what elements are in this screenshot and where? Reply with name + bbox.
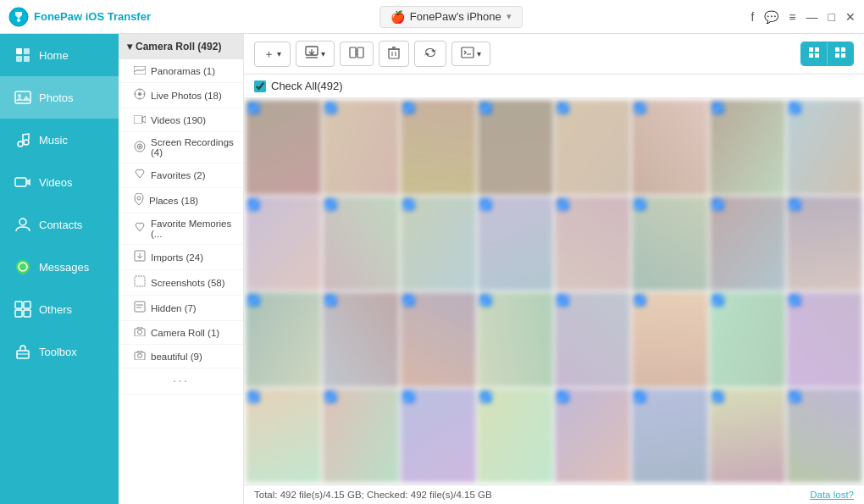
add-button[interactable]: ＋ ▾ — [254, 42, 291, 67]
photo-cell[interactable] — [401, 197, 476, 291]
sub-item-imports[interactable]: Imports (24) — [119, 245, 243, 270]
photo-cell[interactable] — [710, 100, 785, 195]
photo-checkbox[interactable] — [480, 295, 491, 306]
photo-cell[interactable] — [787, 292, 862, 387]
photo-checkbox[interactable] — [480, 199, 491, 210]
photo-checkbox[interactable] — [712, 391, 723, 402]
photo-checkbox[interactable] — [634, 391, 645, 402]
photo-cell[interactable] — [632, 389, 707, 484]
list-view-button[interactable] — [828, 42, 853, 65]
sub-item-beautiful[interactable]: beautiful (9) — [119, 345, 243, 368]
photo-cell[interactable] — [478, 292, 553, 387]
sidebar-item-messages[interactable]: Messages — [0, 246, 119, 288]
sub-item-screenshots[interactable]: Screenshots (58) — [119, 270, 243, 296]
sub-item-places[interactable]: Places (18) — [119, 188, 243, 213]
photo-checkbox[interactable] — [557, 199, 568, 210]
photo-checkbox[interactable] — [480, 391, 491, 402]
sub-item-videos[interactable]: Videos (190) — [119, 108, 243, 132]
sidebar-item-toolbox[interactable]: Toolbox — [0, 330, 119, 373]
photo-cell[interactable] — [246, 197, 321, 291]
sidebar-item-videos[interactable]: Videos — [0, 161, 119, 203]
photo-checkbox[interactable] — [712, 102, 723, 114]
photo-cell[interactable] — [555, 100, 630, 195]
photo-checkbox[interactable] — [789, 102, 800, 114]
photo-cell[interactable] — [246, 100, 321, 195]
photo-checkbox[interactable] — [403, 391, 414, 402]
camera-roll-header[interactable]: ▾ Camera Roll (492) — [119, 34, 243, 59]
photo-cell[interactable] — [555, 292, 630, 387]
photo-cell[interactable] — [710, 197, 785, 291]
refresh-button[interactable] — [414, 41, 446, 67]
sub-item-camera-roll[interactable]: Camera Roll (1) — [119, 321, 243, 345]
photo-cell[interactable] — [401, 100, 476, 195]
chat-icon[interactable]: 💬 — [764, 10, 778, 24]
check-all-checkbox[interactable] — [254, 80, 266, 92]
photo-cell[interactable] — [632, 197, 707, 291]
sub-item-favorite-memories[interactable]: Favorite Memories (... — [119, 213, 243, 245]
photo-cell[interactable] — [323, 197, 398, 291]
facebook-icon[interactable]: f — [750, 10, 754, 24]
photo-checkbox[interactable] — [789, 295, 800, 306]
photo-cell[interactable] — [787, 100, 862, 195]
photo-cell[interactable] — [710, 292, 785, 387]
photo-checkbox[interactable] — [248, 391, 259, 402]
photo-cell[interactable] — [478, 197, 553, 291]
sub-item-live-photos[interactable]: Live Photos (18) — [119, 83, 243, 108]
sidebar-item-music[interactable]: Music — [0, 119, 119, 161]
photo-cell[interactable] — [478, 100, 553, 195]
photo-cell[interactable] — [555, 197, 630, 291]
photo-checkbox[interactable] — [634, 295, 645, 306]
photo-cell[interactable] — [787, 197, 862, 291]
photo-checkbox[interactable] — [403, 199, 414, 210]
photo-checkbox[interactable] — [325, 199, 336, 210]
photo-cell[interactable] — [478, 389, 553, 484]
photo-checkbox[interactable] — [325, 102, 336, 114]
sidebar-item-home[interactable]: Home — [0, 34, 119, 76]
photo-checkbox[interactable] — [248, 199, 259, 210]
photo-checkbox[interactable] — [403, 102, 414, 114]
close-icon[interactable]: ✕ — [845, 10, 856, 24]
photo-cell[interactable] — [632, 292, 707, 387]
photo-checkbox[interactable] — [712, 199, 723, 210]
photo-checkbox[interactable] — [248, 102, 259, 114]
transfer-button[interactable] — [340, 42, 374, 66]
photo-cell[interactable] — [246, 389, 321, 484]
sub-item-panoramas[interactable]: Panoramas (1) — [119, 59, 243, 83]
sub-item-screen-recordings[interactable]: Screen Recordings (4) — [119, 132, 243, 163]
photo-checkbox[interactable] — [557, 295, 568, 306]
minimize-icon[interactable]: — — [806, 10, 818, 24]
photo-checkbox[interactable] — [634, 102, 645, 114]
device-selector[interactable]: 🍎 FonePaw's iPhone ▾ — [379, 6, 523, 28]
sub-item-hidden[interactable]: Hidden (7) — [119, 296, 243, 321]
photo-checkbox[interactable] — [634, 199, 645, 210]
sidebar-item-others[interactable]: Others — [0, 288, 119, 330]
photo-checkbox[interactable] — [248, 295, 259, 306]
photo-cell[interactable] — [555, 389, 630, 484]
sidebar-item-contacts[interactable]: Contacts — [0, 203, 119, 246]
photo-checkbox[interactable] — [557, 102, 568, 114]
sidebar-item-photos[interactable]: Photos — [0, 76, 119, 119]
photo-cell[interactable] — [787, 389, 862, 484]
photo-cell[interactable] — [401, 389, 476, 484]
photo-checkbox[interactable] — [325, 391, 336, 402]
device-dropdown-icon[interactable]: ▾ — [507, 11, 512, 22]
data-lost-link[interactable]: Data lost? — [810, 490, 854, 500]
photo-checkbox[interactable] — [403, 295, 414, 306]
photo-checkbox[interactable] — [325, 295, 336, 306]
delete-button[interactable] — [379, 41, 409, 67]
photo-cell[interactable] — [323, 389, 398, 484]
photo-cell[interactable] — [632, 100, 707, 195]
export-button[interactable]: ▾ — [296, 41, 335, 67]
photo-cell[interactable] — [323, 100, 398, 195]
sub-item-favorites[interactable]: Favorites (2) — [119, 163, 243, 188]
photo-cell[interactable] — [323, 292, 398, 387]
photo-checkbox[interactable] — [712, 295, 723, 306]
grid-view-button[interactable] — [801, 42, 828, 65]
menu-icon[interactable]: ≡ — [789, 10, 795, 24]
photo-checkbox[interactable] — [557, 391, 568, 402]
photo-checkbox[interactable] — [789, 199, 800, 210]
photo-cell[interactable] — [401, 292, 476, 387]
photo-checkbox[interactable] — [480, 102, 491, 114]
photo-cell[interactable] — [246, 292, 321, 387]
sub-item-more[interactable]: ··· — [119, 368, 243, 395]
